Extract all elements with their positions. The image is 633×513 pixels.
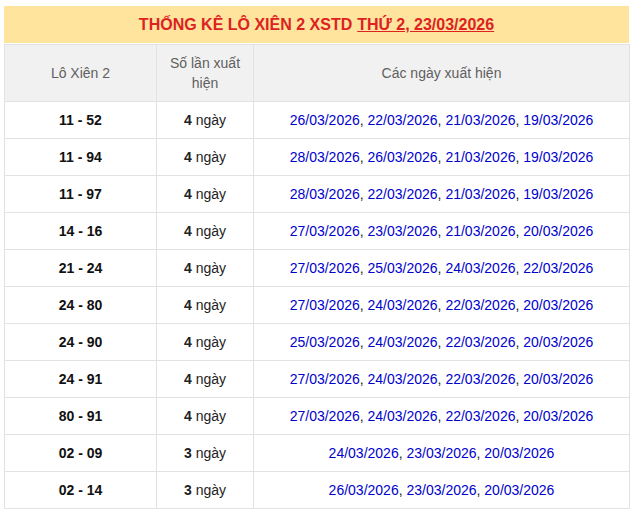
count-cell: 4 ngày: [157, 287, 254, 324]
dates-cell: 26/03/2026, 22/03/2026, 21/03/2026, 19/0…: [254, 102, 630, 139]
date-link[interactable]: 27/03/2026: [290, 297, 360, 313]
dates-cell: 28/03/2026, 26/03/2026, 21/03/2026, 19/0…: [254, 139, 630, 176]
date-link[interactable]: 19/03/2026: [523, 186, 593, 202]
count-number: 4: [184, 260, 192, 276]
date-link[interactable]: 26/03/2026: [329, 482, 399, 498]
date-link[interactable]: 22/03/2026: [445, 297, 515, 313]
pair-cell: 02 - 14: [5, 472, 157, 509]
date-link[interactable]: 19/03/2026: [523, 112, 593, 128]
date-link[interactable]: 21/03/2026: [445, 186, 515, 202]
date-link[interactable]: 20/03/2026: [523, 371, 593, 387]
date-link[interactable]: 27/03/2026: [290, 371, 360, 387]
table-row: 80 - 914 ngày27/03/2026, 24/03/2026, 22/…: [5, 398, 630, 435]
table-row: 11 - 944 ngày28/03/2026, 26/03/2026, 21/…: [5, 139, 630, 176]
date-link[interactable]: 19/03/2026: [523, 149, 593, 165]
date-link[interactable]: 23/03/2026: [406, 445, 476, 461]
count-cell: 4 ngày: [157, 250, 254, 287]
count-number: 4: [184, 371, 192, 387]
date-link[interactable]: 24/03/2026: [368, 334, 438, 350]
date-link[interactable]: 27/03/2026: [290, 223, 360, 239]
count-cell: 3 ngày: [157, 435, 254, 472]
date-link[interactable]: 24/03/2026: [368, 297, 438, 313]
dates-cell: 26/03/2026, 23/03/2026, 20/03/2026: [254, 472, 630, 509]
col-header-count: Số lần xuất hiện: [157, 45, 254, 102]
date-link[interactable]: 22/03/2026: [368, 112, 438, 128]
date-link[interactable]: 20/03/2026: [523, 297, 593, 313]
count-cell: 4 ngày: [157, 398, 254, 435]
date-separator: ,: [360, 260, 368, 276]
dates-cell: 28/03/2026, 22/03/2026, 21/03/2026, 19/0…: [254, 176, 630, 213]
count-number: 4: [184, 112, 192, 128]
title-date-link[interactable]: THỨ 2, 23/03/2026: [357, 16, 494, 33]
date-link[interactable]: 20/03/2026: [523, 334, 593, 350]
date-separator: ,: [360, 371, 368, 387]
date-separator: ,: [360, 334, 368, 350]
lo-xien-2-table: Lô Xiên 2 Số lần xuất hiện Các ngày xuất…: [4, 44, 630, 509]
date-link[interactable]: 21/03/2026: [445, 112, 515, 128]
date-link[interactable]: 25/03/2026: [368, 260, 438, 276]
pair-cell: 02 - 09: [5, 435, 157, 472]
date-link[interactable]: 26/03/2026: [368, 149, 438, 165]
date-separator: ,: [360, 223, 368, 239]
date-link[interactable]: 24/03/2026: [368, 371, 438, 387]
date-link[interactable]: 22/03/2026: [445, 334, 515, 350]
date-link[interactable]: 23/03/2026: [368, 223, 438, 239]
count-number: 4: [184, 408, 192, 424]
count-number: 4: [184, 186, 192, 202]
statistics-page: THỐNG KÊ LÔ XIÊN 2 XSTDTHỨ 2, 23/03/2026…: [4, 6, 629, 509]
date-separator: ,: [360, 149, 368, 165]
count-cell: 4 ngày: [157, 102, 254, 139]
table-row: 14 - 164 ngày27/03/2026, 23/03/2026, 21/…: [5, 213, 630, 250]
table-row: 11 - 974 ngày28/03/2026, 22/03/2026, 21/…: [5, 176, 630, 213]
title-text: THỐNG KÊ LÔ XIÊN 2 XSTD: [139, 16, 352, 33]
date-link[interactable]: 22/03/2026: [368, 186, 438, 202]
table-row: 21 - 244 ngày27/03/2026, 25/03/2026, 24/…: [5, 250, 630, 287]
date-link[interactable]: 20/03/2026: [523, 223, 593, 239]
dates-cell: 27/03/2026, 24/03/2026, 22/03/2026, 20/0…: [254, 287, 630, 324]
date-link[interactable]: 22/03/2026: [445, 371, 515, 387]
date-separator: ,: [360, 186, 368, 202]
date-link[interactable]: 26/03/2026: [290, 112, 360, 128]
date-link[interactable]: 20/03/2026: [484, 482, 554, 498]
date-separator: ,: [360, 297, 368, 313]
pair-cell: 24 - 80: [5, 287, 157, 324]
date-link[interactable]: 21/03/2026: [445, 149, 515, 165]
pair-cell: 21 - 24: [5, 250, 157, 287]
table-row: 24 - 914 ngày27/03/2026, 24/03/2026, 22/…: [5, 361, 630, 398]
count-number: 4: [184, 334, 192, 350]
date-link[interactable]: 20/03/2026: [523, 408, 593, 424]
table-rows: 11 - 524 ngày26/03/2026, 22/03/2026, 21/…: [5, 102, 630, 509]
count-number: 4: [184, 297, 192, 313]
date-link[interactable]: 21/03/2026: [445, 223, 515, 239]
date-link[interactable]: 22/03/2026: [523, 260, 593, 276]
date-link[interactable]: 25/03/2026: [290, 334, 360, 350]
table-row: 24 - 904 ngày25/03/2026, 24/03/2026, 22/…: [5, 324, 630, 361]
table-row: 02 - 093 ngày24/03/2026, 23/03/2026, 20/…: [5, 435, 630, 472]
header-row: Lô Xiên 2 Số lần xuất hiện Các ngày xuất…: [5, 45, 630, 102]
col-header-pair: Lô Xiên 2: [5, 45, 157, 102]
pair-cell: 11 - 52: [5, 102, 157, 139]
pair-cell: 14 - 16: [5, 213, 157, 250]
date-link[interactable]: 28/03/2026: [290, 149, 360, 165]
date-link[interactable]: 27/03/2026: [290, 408, 360, 424]
date-link[interactable]: 22/03/2026: [445, 408, 515, 424]
count-cell: 4 ngày: [157, 213, 254, 250]
pair-cell: 11 - 97: [5, 176, 157, 213]
dates-cell: 27/03/2026, 24/03/2026, 22/03/2026, 20/0…: [254, 361, 630, 398]
date-link[interactable]: 23/03/2026: [406, 482, 476, 498]
count-cell: 4 ngày: [157, 361, 254, 398]
page-title: THỐNG KÊ LÔ XIÊN 2 XSTDTHỨ 2, 23/03/2026: [4, 6, 629, 43]
date-link[interactable]: 27/03/2026: [290, 260, 360, 276]
dates-cell: 24/03/2026, 23/03/2026, 20/03/2026: [254, 435, 630, 472]
table-row: 02 - 143 ngày26/03/2026, 23/03/2026, 20/…: [5, 472, 630, 509]
date-link[interactable]: 20/03/2026: [484, 445, 554, 461]
count-cell: 4 ngày: [157, 176, 254, 213]
pair-cell: 24 - 91: [5, 361, 157, 398]
date-link[interactable]: 24/03/2026: [368, 408, 438, 424]
table-row: 11 - 524 ngày26/03/2026, 22/03/2026, 21/…: [5, 102, 630, 139]
date-link[interactable]: 24/03/2026: [445, 260, 515, 276]
pair-cell: 24 - 90: [5, 324, 157, 361]
count-number: 3: [184, 482, 192, 498]
date-link[interactable]: 24/03/2026: [329, 445, 399, 461]
date-link[interactable]: 28/03/2026: [290, 186, 360, 202]
